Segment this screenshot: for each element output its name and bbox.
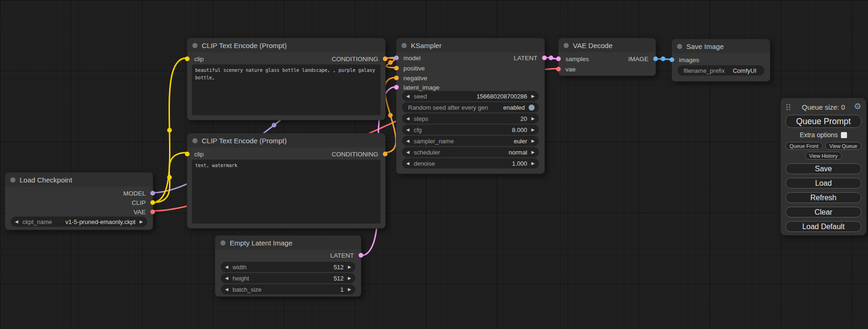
prompt-textarea[interactable]: text, watermark: [192, 160, 381, 224]
node-ksampler[interactable]: KSampler model LATENT positive negative …: [396, 38, 545, 174]
arrow-right-icon[interactable]: ▶: [531, 150, 535, 154]
node-load-checkpoint[interactable]: Load Checkpoint MODEL CLIP VAE ◀ ckpt_na…: [5, 172, 153, 230]
arrow-right-icon[interactable]: ▶: [140, 220, 143, 224]
widget-sampler-name[interactable]: ◀ sampler_name euler ▶: [402, 136, 539, 146]
node-header[interactable]: KSampler: [396, 38, 544, 52]
output-dot-latent[interactable]: [542, 56, 547, 60]
node-clip-text-encode-negative[interactable]: CLIP Text Encode (Prompt) clip CONDITION…: [187, 133, 386, 229]
node-header[interactable]: Load Checkpoint: [5, 173, 153, 187]
slot-row-images: images: [672, 55, 770, 65]
node-header[interactable]: VAE Decode: [558, 38, 656, 52]
arrow-right-icon[interactable]: ▶: [531, 94, 535, 98]
output-dot-image[interactable]: [653, 56, 658, 61]
slot-row-vae: vae: [558, 64, 656, 74]
input-dot-clip[interactable]: [185, 152, 190, 156]
save-button[interactable]: Save: [785, 163, 861, 174]
refresh-button[interactable]: Refresh: [785, 192, 861, 203]
widget-seed[interactable]: ◀ seed 156680208700286 ▶: [402, 91, 539, 101]
widget-random-seed-toggle[interactable]: Random seed after every gen enabled: [402, 102, 539, 112]
input-dot-negative[interactable]: [394, 76, 399, 80]
output-dot-conditioning[interactable]: [383, 152, 388, 156]
load-button[interactable]: Load: [785, 178, 861, 189]
input-dot-clip[interactable]: [185, 56, 190, 61]
extra-options-checkbox[interactable]: [841, 132, 847, 138]
load-default-button[interactable]: Load Default: [785, 221, 861, 232]
widget-denoise[interactable]: ◀ denoise 1.000 ▶: [402, 158, 539, 168]
collapse-dot-icon[interactable]: [402, 43, 407, 48]
collapse-dot-icon[interactable]: [192, 43, 198, 48]
node-header[interactable]: CLIP Text Encode (Prompt): [187, 133, 385, 147]
clear-button[interactable]: Clear: [785, 207, 861, 217]
node-save-image[interactable]: Save Image images filename_prefix ComfyU…: [671, 39, 770, 82]
prompt-textarea[interactable]: beautiful scenery nature glass bottle la…: [192, 64, 381, 115]
settings-gear-icon[interactable]: ⚙: [854, 101, 861, 112]
slot-row-negative: negative: [396, 73, 544, 83]
node-graph-canvas[interactable]: Load Checkpoint MODEL CLIP VAE ◀ ckpt_na…: [0, 0, 868, 329]
arrow-right-icon[interactable]: ▶: [531, 128, 535, 132]
wire-model-midpoint-dot: [272, 123, 276, 127]
collapse-dot-icon[interactable]: [10, 177, 15, 182]
slot-label: clip: [194, 151, 204, 158]
widget-filename-prefix[interactable]: filename_prefix ComfyUI: [677, 65, 764, 76]
node-empty-latent-image[interactable]: Empty Latent Image LATENT ◀ width 512 ▶ …: [215, 235, 361, 297]
node-clip-text-encode-positive[interactable]: CLIP Text Encode (Prompt) clip CONDITION…: [187, 38, 386, 120]
slot-row-samples-image: samples IMAGE: [558, 54, 656, 64]
widget-value: enabled: [503, 104, 525, 111]
arrow-left-icon[interactable]: ◀: [406, 117, 409, 121]
arrow-left-icon[interactable]: ◀: [406, 94, 409, 98]
arrow-right-icon[interactable]: ▶: [348, 276, 351, 280]
output-dot-latent[interactable]: [359, 253, 363, 258]
widget-height[interactable]: ◀ height 512 ▶: [221, 273, 355, 283]
output-dot-conditioning[interactable]: [383, 56, 388, 61]
output-dot-vae[interactable]: [150, 210, 155, 214]
collapse-dot-icon[interactable]: [192, 138, 198, 143]
arrow-left-icon[interactable]: ◀: [406, 128, 409, 132]
collapse-dot-icon[interactable]: [677, 44, 682, 49]
arrow-left-icon[interactable]: ◀: [406, 150, 409, 154]
input-dot-latent-image[interactable]: [394, 85, 399, 90]
arrow-left-icon[interactable]: ◀: [225, 265, 228, 269]
input-dot-positive[interactable]: [394, 66, 399, 70]
widget-ckpt-name[interactable]: ◀ ckpt_name v1-5-pruned-emaonly.ckpt ▶: [11, 217, 147, 227]
view-history-button[interactable]: View History: [805, 152, 842, 160]
arrow-right-icon[interactable]: ▶: [531, 139, 535, 143]
arrow-right-icon[interactable]: ▶: [531, 117, 535, 121]
input-dot-model[interactable]: [394, 56, 399, 60]
widget-scheduler[interactable]: ◀ scheduler normal ▶: [402, 147, 539, 157]
toggle-knob-icon[interactable]: [529, 105, 535, 111]
collapse-dot-icon[interactable]: [220, 240, 226, 245]
widget-cfg[interactable]: ◀ cfg 8.000 ▶: [402, 125, 539, 135]
arrow-right-icon[interactable]: ▶: [531, 161, 535, 166]
node-header[interactable]: Save Image: [672, 39, 770, 53]
widget-width[interactable]: ◀ width 512 ▶: [221, 262, 355, 272]
arrow-left-icon[interactable]: ◀: [406, 139, 409, 143]
input-dot-samples[interactable]: [556, 56, 561, 61]
view-queue-button[interactable]: View Queue: [825, 142, 861, 150]
wire-conditioning-positive-midpoint-dot: [388, 60, 393, 65]
queue-front-button[interactable]: Queue Front: [785, 142, 823, 150]
arrow-left-icon[interactable]: ◀: [15, 220, 18, 224]
slot-row-positive: positive: [396, 63, 544, 73]
collapse-dot-icon[interactable]: [564, 43, 569, 48]
node-header[interactable]: CLIP Text Encode (Prompt): [187, 38, 385, 52]
arrow-left-icon[interactable]: ◀: [406, 161, 409, 166]
output-dot-model[interactable]: [150, 191, 155, 196]
widget-label: batch_size: [233, 286, 261, 293]
input-dot-vae[interactable]: [556, 67, 561, 71]
input-dot-images[interactable]: [670, 57, 674, 62]
extra-options-row: Extra options: [785, 130, 861, 140]
node-vae-decode[interactable]: VAE Decode samples IMAGE vae: [558, 38, 656, 76]
queue-prompt-button[interactable]: Queue Prompt: [785, 115, 861, 128]
drag-handle-icon[interactable]: [786, 104, 791, 111]
widget-steps[interactable]: ◀ steps 20 ▶: [402, 113, 539, 124]
arrow-right-icon[interactable]: ▶: [348, 265, 351, 269]
arrow-left-icon[interactable]: ◀: [225, 276, 228, 280]
arrow-left-icon[interactable]: ◀: [225, 287, 228, 292]
node-title: VAE Decode: [573, 42, 613, 49]
node-header[interactable]: Empty Latent Image: [215, 236, 361, 250]
slot-label: negative: [403, 75, 427, 82]
widget-label: scheduler: [414, 149, 440, 156]
widget-batch-size[interactable]: ◀ batch_size 1 ▶: [221, 284, 355, 294]
arrow-right-icon[interactable]: ▶: [348, 287, 351, 292]
output-dot-clip[interactable]: [150, 200, 155, 205]
